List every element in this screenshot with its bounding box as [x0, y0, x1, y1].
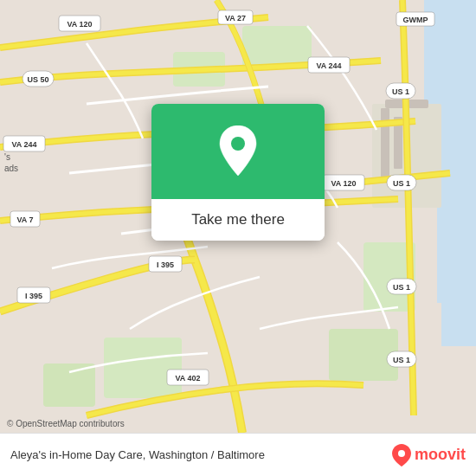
svg-text:VA 120: VA 120	[67, 20, 92, 29]
bottom-bar: Aleya's in-Home Day Care, Washington / B…	[0, 433, 476, 476]
svg-text:US 1: US 1	[393, 283, 410, 292]
moovit-pin-icon	[392, 444, 411, 466]
svg-text:ads: ads	[4, 164, 18, 173]
svg-text:US 1: US 1	[393, 179, 410, 188]
svg-text:VA 120: VA 120	[331, 179, 356, 188]
popup-header	[151, 104, 325, 199]
svg-point-47	[398, 450, 405, 457]
svg-rect-12	[381, 108, 389, 177]
location-label: Aleya's in-Home Day Care, Washington / B…	[10, 448, 265, 461]
svg-rect-6	[329, 329, 398, 381]
svg-point-46	[231, 137, 245, 151]
svg-text:I 395: I 395	[157, 261, 174, 269]
map-pin-icon	[216, 125, 260, 177]
svg-text:I 395: I 395	[25, 292, 42, 300]
moovit-text: moovit	[415, 446, 466, 464]
svg-text:US 1: US 1	[393, 356, 410, 364]
svg-text:US 50: US 50	[27, 75, 48, 84]
svg-rect-5	[43, 363, 95, 407]
svg-text:VA 244: VA 244	[11, 140, 36, 149]
take-me-there-button[interactable]: Take me there	[151, 199, 325, 241]
svg-rect-3	[441, 156, 476, 346]
moovit-logo: moovit	[392, 444, 466, 466]
svg-text:VA 27: VA 27	[225, 14, 246, 23]
svg-text:VA 402: VA 402	[175, 374, 200, 383]
svg-text:GWMP: GWMP	[403, 16, 428, 24]
svg-rect-4	[104, 338, 182, 398]
svg-text:US 1: US 1	[392, 87, 409, 96]
svg-text:'s: 's	[4, 152, 10, 162]
map-container: VA 120 VA 27 GWMP US 50 VA 244 US 1 VA 2…	[0, 0, 476, 476]
popup-card: Take me there	[151, 104, 325, 241]
copyright-text: © OpenStreetMap contributors	[7, 419, 125, 428]
svg-text:VA 7: VA 7	[16, 215, 33, 224]
svg-text:VA 244: VA 244	[316, 61, 341, 70]
